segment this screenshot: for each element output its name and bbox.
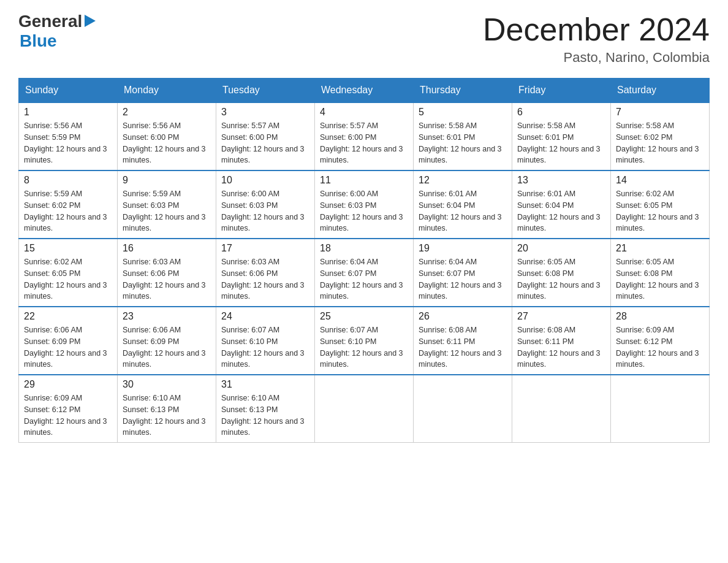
svg-marker-0 [85,15,96,27]
calendar-cell: 6 Sunrise: 5:58 AM Sunset: 6:01 PM Dayli… [512,102,611,170]
calendar-table: Sunday Monday Tuesday Wednesday Thursday… [18,78,710,443]
logo: General Blue [18,12,96,51]
daylight-label: Daylight: 12 hours and 3 minutes. [616,145,699,165]
week-row-3: 15 Sunrise: 6:02 AM Sunset: 6:05 PM Dayl… [19,239,710,307]
calendar-cell: 3 Sunrise: 5:57 AM Sunset: 6:00 PM Dayli… [216,102,315,170]
daylight-label: Daylight: 12 hours and 3 minutes. [419,281,502,301]
header-wednesday: Wednesday [315,79,414,103]
daylight-label: Daylight: 12 hours and 3 minutes. [320,145,403,165]
calendar-cell: 7 Sunrise: 5:58 AM Sunset: 6:02 PM Dayli… [611,102,710,170]
sunset-label: Sunset: 6:00 PM [320,133,376,142]
day-number: 10 [221,175,309,186]
header-tuesday: Tuesday [216,79,315,103]
sunrise-label: Sunrise: 6:03 AM [123,258,181,266]
calendar-cell: 23 Sunrise: 6:06 AM Sunset: 6:09 PM Dayl… [118,307,216,375]
daylight-label: Daylight: 12 hours and 3 minutes. [517,281,601,301]
sunrise-label: Sunrise: 6:09 AM [616,326,674,334]
calendar-cell: 10 Sunrise: 6:00 AM Sunset: 6:03 PM Dayl… [216,170,315,239]
sunrise-label: Sunrise: 6:03 AM [221,258,279,266]
day-info: Sunrise: 5:56 AM Sunset: 5:59 PM Dayligh… [24,120,112,166]
calendar-cell: 27 Sunrise: 6:08 AM Sunset: 6:11 PM Dayl… [512,307,611,375]
day-info: Sunrise: 6:10 AM Sunset: 6:13 PM Dayligh… [123,393,211,439]
header-saturday: Saturday [611,79,710,103]
day-number: 2 [123,107,211,118]
days-header-row: Sunday Monday Tuesday Wednesday Thursday… [19,79,710,103]
calendar-cell: 8 Sunrise: 5:59 AM Sunset: 6:02 PM Dayli… [19,170,118,239]
sunrise-label: Sunrise: 6:01 AM [517,190,575,198]
daylight-label: Daylight: 12 hours and 3 minutes. [24,417,107,437]
sunset-label: Sunset: 6:04 PM [419,201,475,210]
sunset-label: Sunset: 6:05 PM [24,269,80,278]
daylight-label: Daylight: 12 hours and 3 minutes. [221,213,305,233]
calendar-cell: 9 Sunrise: 5:59 AM Sunset: 6:03 PM Dayli… [118,170,216,239]
sunrise-label: Sunrise: 6:07 AM [221,326,279,334]
calendar-cell: 26 Sunrise: 6:08 AM Sunset: 6:11 PM Dayl… [414,307,512,375]
day-info: Sunrise: 5:56 AM Sunset: 6:00 PM Dayligh… [123,120,211,166]
day-number: 24 [221,311,309,322]
daylight-label: Daylight: 12 hours and 3 minutes. [419,213,502,233]
day-info: Sunrise: 6:10 AM Sunset: 6:13 PM Dayligh… [221,393,309,439]
sunrise-label: Sunrise: 6:05 AM [616,258,674,266]
sunrise-label: Sunrise: 6:00 AM [320,190,378,198]
month-title: December 2024 [483,12,710,47]
daylight-label: Daylight: 12 hours and 3 minutes. [123,349,206,369]
sunset-label: Sunset: 6:06 PM [123,269,179,278]
day-info: Sunrise: 6:07 AM Sunset: 6:10 PM Dayligh… [320,324,408,370]
daylight-label: Daylight: 12 hours and 3 minutes. [517,145,601,165]
day-number: 9 [123,175,211,186]
day-info: Sunrise: 6:06 AM Sunset: 6:09 PM Dayligh… [24,324,112,370]
sunrise-label: Sunrise: 6:06 AM [123,326,181,334]
day-number: 30 [123,379,211,390]
daylight-label: Daylight: 12 hours and 3 minutes. [320,349,403,369]
calendar-cell: 20 Sunrise: 6:05 AM Sunset: 6:08 PM Dayl… [512,239,611,307]
day-number: 21 [616,243,704,254]
day-number: 6 [517,107,605,118]
calendar-cell: 16 Sunrise: 6:03 AM Sunset: 6:06 PM Dayl… [118,239,216,307]
page-header: General Blue December 2024 Pasto, Narino… [18,12,710,66]
daylight-label: Daylight: 12 hours and 3 minutes. [221,349,305,369]
calendar-cell: 18 Sunrise: 6:04 AM Sunset: 6:07 PM Dayl… [315,239,414,307]
sunset-label: Sunset: 6:02 PM [616,133,672,142]
sunrise-label: Sunrise: 5:58 AM [616,121,674,130]
daylight-label: Daylight: 12 hours and 3 minutes. [123,213,206,233]
day-number: 28 [616,311,704,322]
sunrise-label: Sunrise: 6:10 AM [123,394,181,402]
daylight-label: Daylight: 12 hours and 3 minutes. [616,213,699,233]
day-info: Sunrise: 6:03 AM Sunset: 6:06 PM Dayligh… [123,256,211,302]
day-info: Sunrise: 6:05 AM Sunset: 6:08 PM Dayligh… [616,256,704,302]
sunrise-label: Sunrise: 6:08 AM [419,326,477,334]
sunset-label: Sunset: 6:12 PM [616,337,672,346]
day-info: Sunrise: 6:09 AM Sunset: 6:12 PM Dayligh… [24,393,112,439]
daylight-label: Daylight: 12 hours and 3 minutes. [123,281,206,301]
day-info: Sunrise: 5:57 AM Sunset: 6:00 PM Dayligh… [221,120,309,166]
sunset-label: Sunset: 6:13 PM [221,405,278,414]
calendar-cell: 1 Sunrise: 5:56 AM Sunset: 5:59 PM Dayli… [19,102,118,170]
calendar-cell: 24 Sunrise: 6:07 AM Sunset: 6:10 PM Dayl… [216,307,315,375]
sunset-label: Sunset: 6:10 PM [320,337,376,346]
day-info: Sunrise: 6:02 AM Sunset: 6:05 PM Dayligh… [616,188,704,234]
day-info: Sunrise: 5:59 AM Sunset: 6:02 PM Dayligh… [24,188,112,234]
sunset-label: Sunset: 6:11 PM [517,337,574,346]
day-info: Sunrise: 6:06 AM Sunset: 6:09 PM Dayligh… [123,324,211,370]
day-number: 26 [419,311,507,322]
sunrise-label: Sunrise: 6:04 AM [419,258,477,266]
sunrise-label: Sunrise: 6:06 AM [24,326,82,334]
sunrise-label: Sunrise: 6:01 AM [419,190,477,198]
calendar-cell: 22 Sunrise: 6:06 AM Sunset: 6:09 PM Dayl… [19,307,118,375]
sunset-label: Sunset: 6:09 PM [123,337,179,346]
calendar-cell: 2 Sunrise: 5:56 AM Sunset: 6:00 PM Dayli… [118,102,216,170]
sunset-label: Sunset: 6:05 PM [616,201,672,210]
sunset-label: Sunset: 6:02 PM [24,201,80,210]
day-number: 1 [24,107,112,118]
sunrise-label: Sunrise: 6:08 AM [517,326,575,334]
daylight-label: Daylight: 12 hours and 3 minutes. [24,145,107,165]
sunset-label: Sunset: 6:00 PM [221,133,278,142]
sunrise-label: Sunrise: 5:59 AM [123,190,181,198]
sunset-label: Sunset: 6:13 PM [123,405,179,414]
calendar-cell: 15 Sunrise: 6:02 AM Sunset: 6:05 PM Dayl… [19,239,118,307]
sunrise-label: Sunrise: 6:07 AM [320,326,378,334]
daylight-label: Daylight: 12 hours and 3 minutes. [221,145,305,165]
calendar-cell [414,375,512,443]
calendar-cell: 17 Sunrise: 6:03 AM Sunset: 6:06 PM Dayl… [216,239,315,307]
daylight-label: Daylight: 12 hours and 3 minutes. [517,349,601,369]
